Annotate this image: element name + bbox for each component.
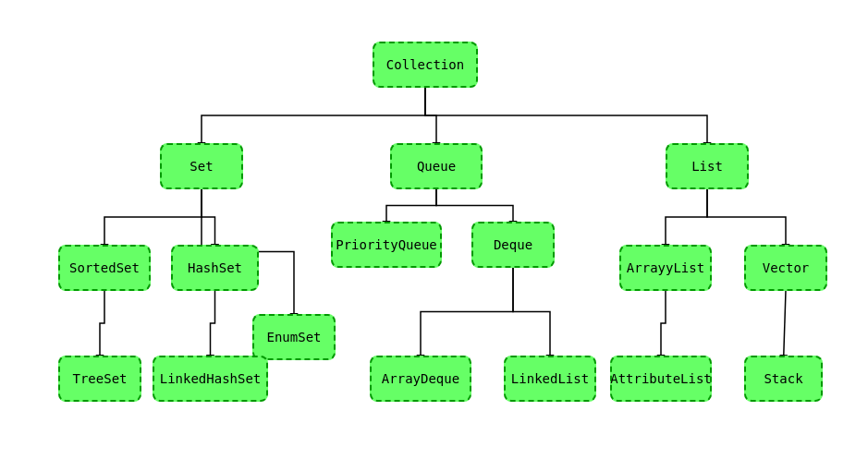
- node-vector: Vector: [744, 245, 827, 291]
- node-sortedset: SortedSet: [58, 245, 151, 291]
- node-list: List: [666, 143, 749, 189]
- node-arraylist: ArrayyList: [619, 245, 712, 291]
- node-collection: Collection: [373, 42, 478, 88]
- diagram: CollectionSetQueueListSortedSetHashSetEn…: [0, 0, 868, 471]
- node-enumset: EnumSet: [252, 314, 336, 360]
- node-arraydeque: ArrayDeque: [370, 356, 471, 402]
- node-treeset: TreeSet: [58, 356, 141, 402]
- node-linkedhashset: LinkedHashSet: [153, 356, 268, 402]
- node-set: Set: [160, 143, 243, 189]
- node-stack: Stack: [744, 356, 823, 402]
- node-priorityqueue: PriorityQueue: [331, 222, 442, 268]
- node-attributelist: AttributeList: [610, 356, 712, 402]
- node-deque: Deque: [471, 222, 555, 268]
- node-queue: Queue: [390, 143, 483, 189]
- node-hashset: HashSet: [171, 245, 259, 291]
- node-linkedlist: LinkedList: [504, 356, 596, 402]
